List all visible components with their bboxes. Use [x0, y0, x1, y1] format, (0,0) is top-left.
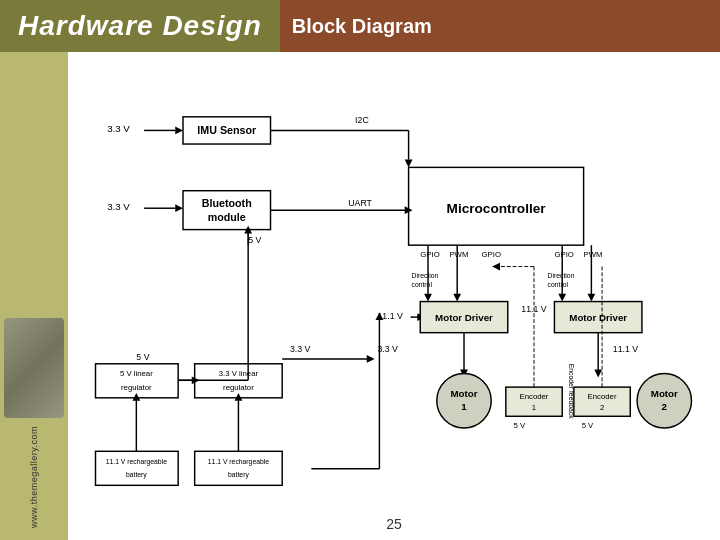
svg-marker-45: [367, 355, 375, 363]
enc2-label-2: 2: [600, 403, 604, 412]
header-subtitle-bg: Block Diagram: [280, 0, 720, 52]
svg-marker-51: [235, 393, 243, 401]
vcc33-out: 3.3 V: [290, 344, 311, 354]
gpio1-label: GPIO: [420, 250, 439, 259]
batt2-label-2: battery: [228, 471, 249, 479]
bt-label-2: module: [208, 211, 246, 223]
reg33v-label-2: regulator: [223, 383, 254, 392]
block-diagram-svg: 3.3 V IMU Sensor I2C 3.3 V Bluetooth mod…: [78, 62, 710, 510]
dir-ctrl-2-label-1: Direction: [548, 272, 575, 279]
batt1-label-1: 11.1 V rechargeable: [106, 458, 167, 466]
enc1-label-1: Encoder: [520, 392, 549, 401]
vcc33-md1: 3.3 V: [377, 344, 398, 354]
svg-marker-14: [424, 294, 432, 302]
batt1-label-2: battery: [126, 471, 147, 479]
page-title: Hardware Design: [18, 10, 262, 42]
vcc33-label-imu: 3.3 V: [107, 123, 130, 134]
header: Hardware Design Block Diagram: [0, 0, 720, 52]
svg-marker-1: [175, 127, 183, 135]
svg-marker-7: [175, 204, 183, 212]
sidebar-image: [4, 318, 64, 418]
pwm2-label: PWM: [584, 250, 603, 259]
vcc5-label-bt: 5 V: [248, 235, 261, 245]
i2c-label: I2C: [355, 115, 369, 125]
svg-marker-28: [587, 294, 595, 302]
v111-md2-r: 11.1 V: [613, 344, 638, 354]
bt-label-1: Bluetooth: [202, 197, 252, 209]
header-title-bg: Hardware Design: [0, 0, 280, 52]
dir-ctrl-1-label-1: Direction: [412, 272, 439, 279]
sidebar: www.themegallery.com: [0, 52, 68, 540]
reg5v-label-2: regulator: [121, 383, 152, 392]
dir-ctrl-2-label-2: control: [548, 281, 569, 288]
svg-marker-26: [558, 294, 566, 302]
svg-marker-48: [132, 393, 140, 401]
sidebar-website: www.themegallery.com: [29, 426, 39, 528]
motor2-label-2: 2: [662, 401, 668, 412]
svg-marker-43: [192, 376, 200, 384]
vcc5-enc2: 5 V: [582, 421, 594, 430]
pwm1-label: PWM: [449, 250, 468, 259]
reg33v-label-1: 3.3 V linear: [219, 369, 259, 378]
motor1-label-1: Motor: [451, 388, 478, 399]
svg-marker-36: [492, 263, 500, 271]
enc2-label-1: Encoder: [588, 392, 617, 401]
svg-rect-46: [96, 451, 179, 485]
vcc5-reg: 5 V: [136, 352, 149, 362]
mcu-label: Microcontroller: [447, 201, 547, 216]
reg5v-label-1: 5 V linear: [120, 369, 153, 378]
dir-ctrl-1-label-2: control: [412, 281, 433, 288]
gpio3-label: GPIO: [554, 250, 573, 259]
vcc33-label-bt: 3.3 V: [107, 201, 130, 212]
imu-label: IMU Sensor: [197, 124, 256, 136]
motor2-label-1: Motor: [651, 388, 678, 399]
enc1-label-2: 1: [532, 403, 536, 412]
uart-label: UART: [348, 198, 372, 208]
svg-marker-31: [594, 370, 602, 378]
page-subtitle: Block Diagram: [292, 15, 432, 38]
diagram-area: 3.3 V IMU Sensor I2C 3.3 V Bluetooth mod…: [68, 52, 720, 540]
page-number: 25: [386, 516, 402, 532]
svg-marker-16: [453, 294, 461, 302]
motor1-label-2: 1: [461, 401, 467, 412]
gpio2-label: GPIO: [482, 250, 501, 259]
md2-label: Motor Driver: [569, 312, 627, 323]
batt2-label-1: 11.1 V rechargeable: [208, 458, 269, 466]
main-content: www.themegallery.com 3.3 V IMU Sensor I2…: [0, 52, 720, 540]
vcc5-enc1: 5 V: [514, 421, 526, 430]
svg-marker-5: [405, 160, 413, 168]
md1-label: Motor Driver: [435, 312, 493, 323]
svg-rect-49: [195, 451, 283, 485]
